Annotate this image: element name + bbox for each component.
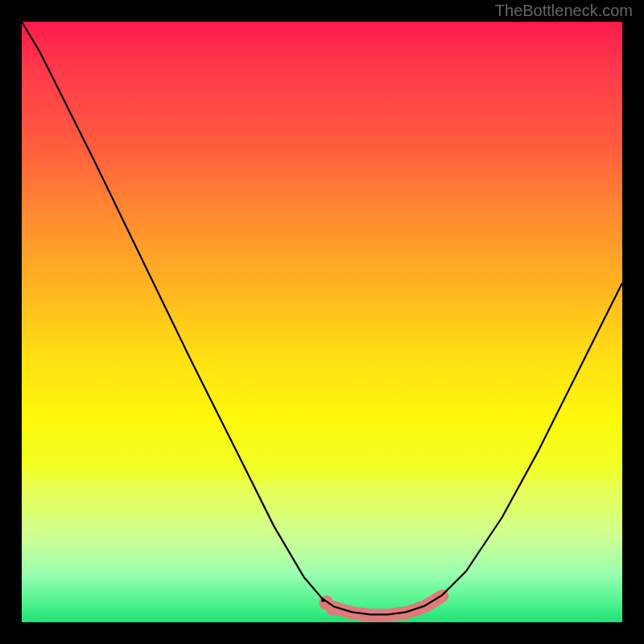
chart-svg [22, 22, 622, 622]
chart-plot-area [22, 22, 622, 622]
bottleneck-curve [22, 22, 622, 614]
watermark-text: TheBottleneck.com [495, 2, 633, 20]
